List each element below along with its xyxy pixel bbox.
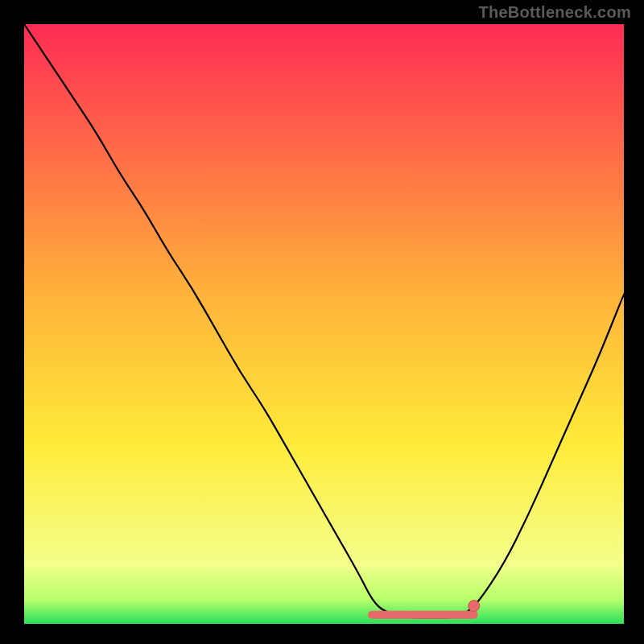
chart-svg xyxy=(0,0,644,644)
plot-gradient xyxy=(24,24,624,624)
watermark-text: TheBottleneck.com xyxy=(478,3,631,22)
chart-stage: TheBottleneck.com xyxy=(0,0,644,644)
marker-dot xyxy=(469,601,480,612)
